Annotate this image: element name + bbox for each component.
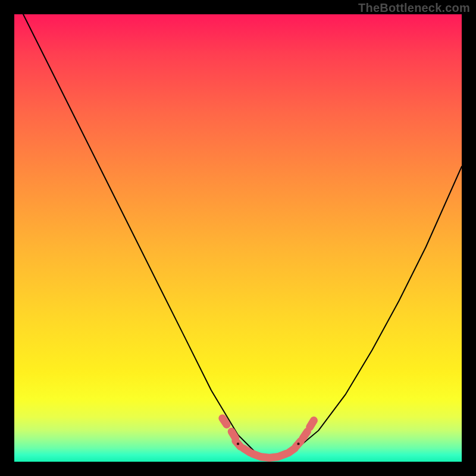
watermark-text: TheBottleneck.com [358,1,470,15]
outer-frame: TheBottleneck.com [0,0,476,476]
highlight-marker-dot [237,443,239,445]
marker-group [217,413,320,462]
highlight-marker-dot [297,443,299,445]
series-curve [23,14,462,458]
chart-svg [14,14,462,462]
plot-area [14,14,462,462]
